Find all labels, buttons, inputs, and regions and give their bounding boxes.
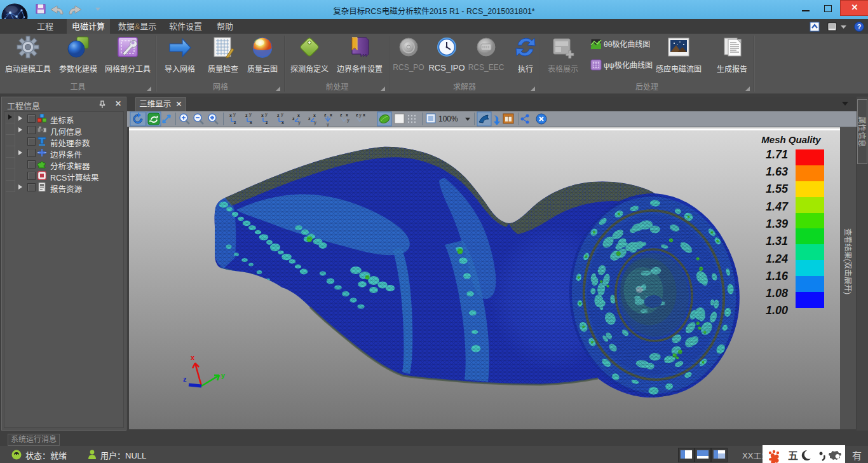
svg-text:z: z (308, 116, 311, 121)
svg-text:x: x (297, 113, 300, 118)
svg-text:y: y (327, 122, 329, 127)
svg-text:y: y (314, 120, 316, 125)
svg-text:x: x (281, 120, 284, 125)
svg-text:z: z (266, 120, 268, 125)
svg-text:五: 五 (788, 450, 798, 461)
svg-text:y: y (281, 112, 283, 117)
svg-text:z: z (234, 120, 236, 125)
svg-text:z: z (245, 113, 248, 118)
svg-text:100%: 100% (438, 114, 458, 123)
svg-text:z: z (340, 113, 342, 117)
svg-text:y: y (233, 112, 236, 117)
svg-text:y: y (265, 112, 268, 117)
svg-text:?: ? (857, 23, 862, 31)
svg-text:y: y (249, 112, 252, 117)
svg-text:x: x (261, 113, 264, 118)
svg-text:z: z (183, 375, 187, 383)
svg-text:x: x (250, 120, 252, 125)
svg-text:x: x (313, 113, 316, 118)
svg-text:x: x (346, 113, 348, 117)
svg-text:x: x (229, 113, 232, 118)
svg-text:z: z (356, 113, 358, 117)
svg-text:y: y (359, 113, 362, 118)
svg-text:x: x (191, 354, 195, 361)
svg-text:z: z (324, 113, 327, 117)
svg-text:y: y (347, 118, 349, 123)
svg-text:x: x (330, 113, 332, 117)
svg-text:x: x (363, 113, 365, 117)
svg-text:y: y (298, 120, 301, 125)
svg-text:z: z (277, 113, 280, 118)
svg-text:z: z (292, 116, 295, 121)
svg-text:y: y (221, 371, 226, 379)
